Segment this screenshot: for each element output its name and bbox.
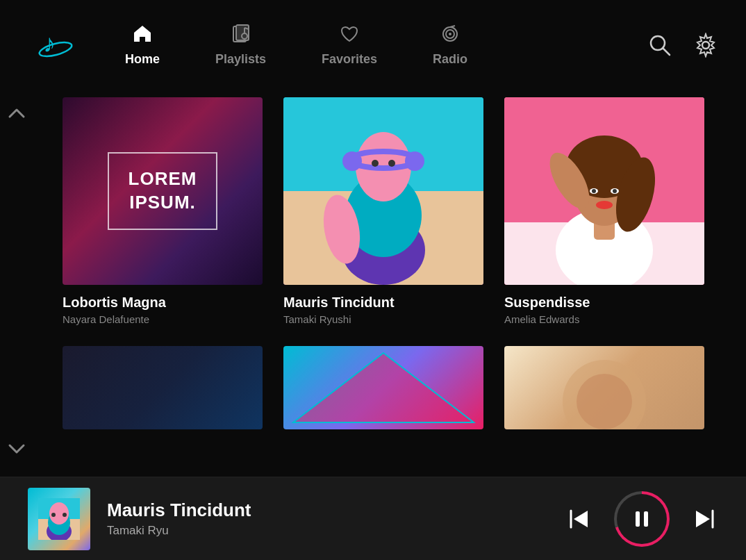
playlists-icon xyxy=(231,24,251,48)
svg-line-12 xyxy=(663,48,670,55)
svg-point-23 xyxy=(372,160,379,167)
nav-label-home: Home xyxy=(125,52,160,67)
svg-point-47 xyxy=(51,513,56,517)
cards-grid: LOREM IPSUM. Lobortis Magna Nayara Delaf… xyxy=(42,97,704,429)
player-track-title: Mauris Tincidunt xyxy=(107,500,565,521)
player-info: Mauris Tincidunt Tamaki Ryu xyxy=(107,500,565,538)
card-3[interactable]: Suspendisse Amelia Edwards xyxy=(504,97,704,325)
prev-button[interactable] xyxy=(565,505,593,533)
next-button[interactable] xyxy=(690,505,718,533)
svg-point-21 xyxy=(342,151,362,171)
svg-point-33 xyxy=(596,201,613,209)
header-actions xyxy=(647,33,718,58)
nav-label-playlists: Playlists xyxy=(215,52,266,67)
svg-line-10 xyxy=(450,26,455,27)
card-artist-3: Amelia Edwards xyxy=(504,313,704,325)
play-pause-button[interactable] xyxy=(614,491,670,547)
card-title-3: Suspendisse xyxy=(504,295,704,311)
card-title-2: Mauris Tincidunt xyxy=(283,295,483,311)
scroll-up-button[interactable] xyxy=(7,104,26,129)
lorem-ipsum-box: LOREM IPSUM. xyxy=(108,152,218,230)
card-image-2 xyxy=(283,97,483,285)
header: ♪ Home Playlists xyxy=(0,0,746,90)
card-artist-2: Tamaki Ryushi xyxy=(283,313,483,325)
card-2[interactable]: Mauris Tincidunt Tamaki Ryushi xyxy=(283,97,483,325)
svg-rect-50 xyxy=(636,511,640,527)
nav-item-radio[interactable]: Radio xyxy=(405,17,495,74)
logo-icon: ♪ xyxy=(36,26,75,65)
svg-point-48 xyxy=(63,513,67,517)
svg-point-37 xyxy=(613,189,617,193)
player-track-artist: Tamaki Ryu xyxy=(107,524,565,538)
main-nav: Home Playlists Favorites xyxy=(97,17,647,74)
card-image-6 xyxy=(504,346,704,429)
scroll-down-button[interactable] xyxy=(7,438,26,463)
scroll-controls xyxy=(7,90,26,477)
svg-marker-38 xyxy=(293,353,474,422)
svg-rect-51 xyxy=(644,511,648,527)
home-icon xyxy=(132,24,153,48)
svg-point-24 xyxy=(388,160,395,167)
card-4[interactable] xyxy=(63,346,263,429)
nav-label-favorites: Favorites xyxy=(322,52,377,67)
logo-area: ♪ xyxy=(28,26,83,65)
favorites-icon xyxy=(339,24,360,48)
card-image-3 xyxy=(504,97,704,285)
lorem-line-1: LOREM xyxy=(129,167,197,191)
nav-label-radio: Radio xyxy=(433,52,467,67)
card-image-4 xyxy=(63,346,263,429)
player-controls xyxy=(565,491,718,547)
settings-button[interactable] xyxy=(693,33,718,58)
svg-point-13 xyxy=(702,42,709,49)
player-bar: Mauris Tincidunt Tamaki Ryu xyxy=(0,477,746,560)
svg-point-9 xyxy=(449,33,451,35)
search-button[interactable] xyxy=(647,33,672,58)
card-image-5 xyxy=(283,346,483,429)
lorem-line-2: IPSUM. xyxy=(129,191,197,215)
radio-icon xyxy=(440,24,461,48)
card-image-1: LOREM IPSUM. xyxy=(63,97,263,285)
svg-point-41 xyxy=(577,374,632,429)
nav-item-home[interactable]: Home xyxy=(97,17,188,74)
card-5[interactable] xyxy=(283,346,483,429)
nav-item-playlists[interactable]: Playlists xyxy=(188,17,294,74)
nav-item-favorites[interactable]: Favorites xyxy=(294,17,405,74)
svg-point-22 xyxy=(405,151,424,171)
card-6[interactable] xyxy=(504,346,704,429)
svg-text:♪: ♪ xyxy=(43,29,56,58)
main-content: LOREM IPSUM. Lobortis Magna Nayara Delaf… xyxy=(0,90,746,477)
card-title-1: Lobortis Magna xyxy=(63,295,263,311)
svg-point-35 xyxy=(592,189,596,193)
player-thumbnail xyxy=(28,488,90,550)
card-artist-1: Nayara Delafuente xyxy=(63,313,263,325)
card-1[interactable]: LOREM IPSUM. Lobortis Magna Nayara Delaf… xyxy=(63,97,263,325)
